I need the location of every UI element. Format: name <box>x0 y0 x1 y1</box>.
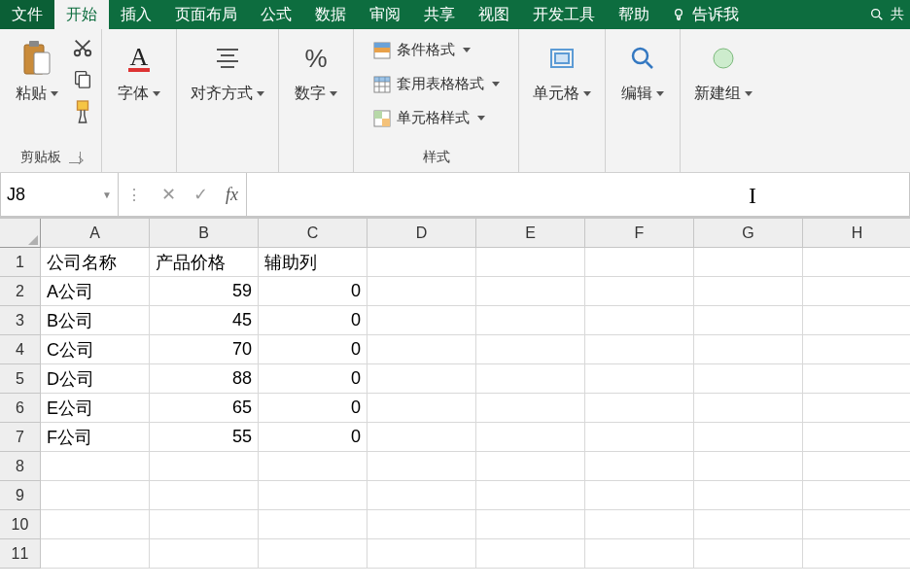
cell[interactable]: 0 <box>259 423 368 452</box>
cell[interactable] <box>368 452 476 481</box>
clipboard-dialog-launcher[interactable] <box>69 152 81 163</box>
row-header[interactable]: 1 <box>0 248 41 277</box>
row-header[interactable]: 7 <box>0 423 41 452</box>
cell[interactable] <box>585 335 694 364</box>
cell[interactable] <box>368 335 476 364</box>
cell[interactable] <box>476 510 585 539</box>
cell[interactable]: 0 <box>259 364 368 394</box>
cell[interactable]: 0 <box>259 394 368 423</box>
cell[interactable] <box>41 481 150 510</box>
newgroup-button[interactable]: 新建组 <box>688 33 758 108</box>
cancel-icon[interactable]: ✕ <box>161 184 176 205</box>
cell[interactable] <box>41 452 150 481</box>
cell[interactable]: 0 <box>259 335 368 364</box>
cell[interactable] <box>694 364 803 394</box>
cell[interactable] <box>694 452 803 481</box>
cell[interactable] <box>368 306 476 335</box>
cell[interactable]: 45 <box>150 306 259 335</box>
select-all-corner[interactable] <box>0 219 41 248</box>
cell[interactable] <box>694 277 803 306</box>
cell[interactable] <box>368 364 476 394</box>
cell[interactable] <box>368 481 476 510</box>
column-header[interactable]: E <box>476 219 585 248</box>
name-box-dropdown-icon[interactable]: ▼ <box>102 190 112 200</box>
cell[interactable]: 59 <box>150 277 259 306</box>
cell[interactable]: C公司 <box>41 335 150 364</box>
alignment-button[interactable]: 对齐方式 <box>185 33 270 108</box>
cell[interactable] <box>476 539 585 569</box>
cell[interactable] <box>476 277 585 306</box>
cell[interactable] <box>803 452 910 481</box>
cell[interactable] <box>368 510 476 539</box>
cell[interactable]: 0 <box>259 306 368 335</box>
search-icon[interactable] <box>869 7 885 22</box>
cell[interactable] <box>150 510 259 539</box>
cell[interactable] <box>150 539 259 569</box>
column-header[interactable]: A <box>41 219 150 248</box>
cell[interactable] <box>476 394 585 423</box>
cell[interactable] <box>259 510 368 539</box>
cell[interactable] <box>476 423 585 452</box>
cell[interactable]: 88 <box>150 364 259 394</box>
cell[interactable] <box>476 335 585 364</box>
cell[interactable] <box>585 364 694 394</box>
row-header[interactable]: 6 <box>0 394 41 423</box>
row-header[interactable]: 2 <box>0 277 41 306</box>
cell[interactable] <box>476 452 585 481</box>
cell[interactable] <box>585 423 694 452</box>
tab-data[interactable]: 数据 <box>303 0 358 29</box>
cell[interactable]: 辅助列 <box>259 248 368 277</box>
enter-icon[interactable]: ✓ <box>193 184 208 205</box>
cell[interactable] <box>694 306 803 335</box>
font-button[interactable]: A 字体 <box>110 33 168 108</box>
cell[interactable]: E公司 <box>41 394 150 423</box>
row-header[interactable]: 4 <box>0 335 41 364</box>
row-header[interactable]: 10 <box>0 510 41 539</box>
cell[interactable]: 65 <box>150 394 259 423</box>
cell[interactable]: 70 <box>150 335 259 364</box>
cell[interactable] <box>476 306 585 335</box>
cut-icon[interactable] <box>72 37 93 62</box>
tab-view[interactable]: 视图 <box>467 0 521 29</box>
format-as-table-button[interactable]: 套用表格格式 <box>369 73 504 95</box>
cell[interactable] <box>803 510 910 539</box>
column-header[interactable]: D <box>368 219 476 248</box>
name-box[interactable]: J8 ▼ <box>0 173 119 217</box>
cell[interactable]: 公司名称 <box>41 248 150 277</box>
row-header[interactable]: 3 <box>0 306 41 335</box>
cell[interactable] <box>803 481 910 510</box>
spreadsheet-grid[interactable]: ABCDEFGH1公司名称产品价格辅助列2A公司5903B公司4504C公司70… <box>0 218 910 569</box>
copy-icon[interactable] <box>72 68 93 93</box>
cell[interactable] <box>694 248 803 277</box>
cell[interactable] <box>41 539 150 569</box>
cell[interactable] <box>368 277 476 306</box>
cell[interactable]: 产品价格 <box>150 248 259 277</box>
cell[interactable]: D公司 <box>41 364 150 394</box>
cell[interactable] <box>476 248 585 277</box>
cell[interactable] <box>585 306 694 335</box>
cell[interactable]: A公司 <box>41 277 150 306</box>
tab-file[interactable]: 文件 <box>0 0 54 29</box>
tab-home[interactable]: 开始 <box>54 0 109 29</box>
tab-formulas[interactable]: 公式 <box>249 0 303 29</box>
cell[interactable] <box>368 539 476 569</box>
cell[interactable] <box>585 248 694 277</box>
cell[interactable] <box>694 423 803 452</box>
cell[interactable] <box>150 481 259 510</box>
column-header[interactable]: F <box>585 219 694 248</box>
cell[interactable] <box>585 394 694 423</box>
cell[interactable] <box>694 335 803 364</box>
cell[interactable]: F公司 <box>41 423 150 452</box>
cell[interactable] <box>368 248 476 277</box>
cell[interactable] <box>368 423 476 452</box>
column-header[interactable]: C <box>259 219 368 248</box>
formula-input[interactable] <box>247 173 910 217</box>
editing-button[interactable]: 编辑 <box>613 33 672 108</box>
tab-insert[interactable]: 插入 <box>109 0 163 29</box>
cell[interactable] <box>41 510 150 539</box>
cell[interactable] <box>694 510 803 539</box>
cell[interactable]: 0 <box>259 277 368 306</box>
conditional-formatting-button[interactable]: 条件格式 <box>369 39 504 61</box>
cell-styles-button[interactable]: 单元格样式 <box>369 107 504 129</box>
tab-help[interactable]: 帮助 <box>607 0 661 29</box>
